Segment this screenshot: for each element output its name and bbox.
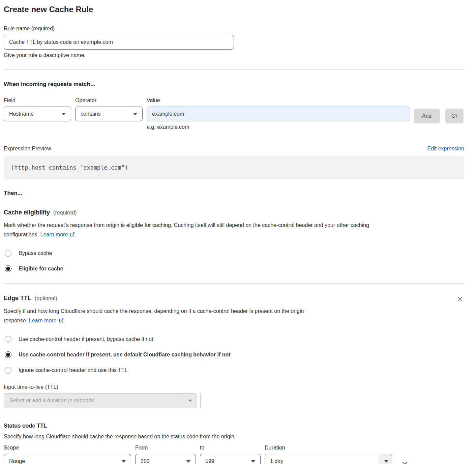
learn-more-link[interactable]: Learn more (40, 232, 75, 237)
field-select-value: Hostname (9, 111, 34, 117)
to-select-value: 599 (205, 458, 214, 464)
rule-name-section: Rule name (required) Give your rule a de… (4, 26, 464, 58)
optional-tag: (optional) (35, 295, 57, 301)
field-select[interactable]: Hostname (4, 107, 71, 121)
description-line: response. (4, 318, 27, 323)
ttl-duration-select[interactable]: Select or add a duration in seconds (4, 393, 197, 408)
radio-label: Bypass cache (19, 250, 52, 256)
chevron-down-icon (133, 113, 137, 115)
radio-label: Use cache-control header if present, use… (19, 352, 231, 358)
learn-more-label: Learn more (29, 318, 57, 323)
from-label: From (135, 445, 196, 451)
duration-select[interactable]: 1 day (265, 454, 392, 464)
radio-unselected-icon[interactable] (5, 336, 11, 343)
then-heading: Then... (4, 190, 464, 197)
radio-unselected-icon[interactable] (5, 367, 11, 374)
chevron-down-icon (186, 460, 190, 463)
required-tag: (required) (53, 210, 77, 216)
to-label: to (200, 445, 261, 451)
scope-select[interactable]: Range (4, 454, 131, 464)
field-label: Field (4, 97, 71, 104)
duration-select-value: 1 day (265, 454, 378, 464)
external-link-icon (59, 318, 64, 323)
create-cache-rule-form: Create new Cache Rule Rule name (require… (0, 0, 476, 464)
and-button[interactable]: And (414, 109, 440, 123)
close-icon[interactable] (455, 295, 464, 303)
cache-eligibility-description: Mark whether the request’s response from… (4, 221, 464, 239)
status-code-ttl-description: Specify how long Cloudflare should cache… (4, 434, 464, 440)
duration-label: Duration (265, 445, 392, 451)
remove-row-close-icon[interactable] (400, 459, 410, 464)
page-title: Create new Cache Rule (4, 5, 464, 14)
operator-label: Operator (75, 97, 143, 104)
ttl-select-placeholder: Select or add a duration in seconds (4, 394, 183, 408)
radio-option-ignore-header[interactable]: Ignore cache-control header and use this… (4, 367, 464, 374)
or-button[interactable]: Or (445, 109, 464, 123)
value-label: Value (147, 97, 410, 104)
expression-preview-header: Expression Preview Edit expression (4, 146, 464, 152)
expression-code-text: (http.host contains "example.com") (11, 164, 128, 171)
learn-more-label: Learn more (40, 232, 68, 237)
rule-name-label: Rule name (required) (4, 26, 464, 32)
value-input[interactable] (147, 107, 410, 121)
edge-ttl-header: Edge TTL (optional) (4, 295, 464, 303)
edit-expression-link[interactable]: Edit expression (427, 146, 464, 152)
to-select[interactable]: 599 (200, 454, 261, 464)
radio-unselected-icon[interactable] (5, 250, 11, 257)
rule-name-input[interactable] (4, 35, 234, 50)
learn-more-link[interactable]: Learn more (29, 318, 64, 323)
section-divider (4, 283, 464, 284)
edge-ttl-description: Specify if and how long Cloudflare shoul… (4, 307, 464, 325)
description-line: Mark whether the request’s response from… (4, 222, 369, 228)
section-divider (4, 69, 464, 70)
status-code-ttl-row: Scope Range From 200 to 599 Duration 1 d… (4, 445, 464, 464)
radio-option-bypass-cache[interactable]: Bypass cache (4, 250, 464, 257)
radio-option-eligible-for-cache[interactable]: Eligible for cache (4, 265, 464, 272)
radio-selected-icon[interactable] (5, 265, 11, 272)
match-condition-row: Field Hostname Operator contains Value e… (4, 97, 464, 130)
chevron-down-icon (251, 460, 255, 463)
radio-option-use-header-bypass[interactable]: Use cache-control header if present, byp… (4, 336, 464, 343)
operator-select[interactable]: contains (75, 107, 143, 121)
chevron-down-icon[interactable] (378, 454, 392, 464)
ttl-input-label: Input time-to-live (TTL) (4, 384, 464, 390)
scope-select-value: Range (9, 458, 25, 464)
match-heading: When incoming requests match... (4, 81, 464, 88)
input-caret (200, 393, 201, 408)
from-select-value: 200 (141, 458, 150, 464)
rule-name-helper: Give your rule a descriptive name. (4, 52, 464, 58)
edge-ttl-title: Edge TTL (4, 295, 31, 302)
radio-selected-icon[interactable] (5, 351, 11, 358)
radio-label: Ignore cache-control header and use this… (19, 367, 127, 373)
cache-eligibility-title: Cache eligibility (4, 209, 50, 216)
ttl-input-section: Input time-to-live (TTL) Select or add a… (4, 384, 464, 408)
scope-label: Scope (4, 445, 131, 451)
expression-preview-label: Expression Preview (4, 146, 51, 152)
description-line: Specify if and how long Cloudflare shoul… (4, 308, 304, 314)
radio-option-use-header-default[interactable]: Use cache-control header if present, use… (4, 351, 464, 358)
description-line: configurations. (4, 232, 39, 237)
cache-eligibility-header: Cache eligibility (required) (4, 209, 464, 216)
operator-select-value: contains (81, 111, 101, 117)
status-code-ttl-title: Status code TTL (4, 423, 464, 429)
radio-label: Eligible for cache (19, 266, 63, 272)
chevron-down-icon (62, 113, 66, 115)
from-select[interactable]: 200 (135, 454, 196, 464)
chevron-down-icon[interactable] (183, 394, 197, 408)
radio-label: Use cache-control header if present, byp… (19, 336, 153, 342)
external-link-icon (70, 232, 75, 237)
expression-preview-code: (http.host contains "example.com") (4, 156, 464, 179)
chevron-down-icon (122, 460, 126, 463)
value-helper: e.g. example.com (147, 124, 410, 130)
